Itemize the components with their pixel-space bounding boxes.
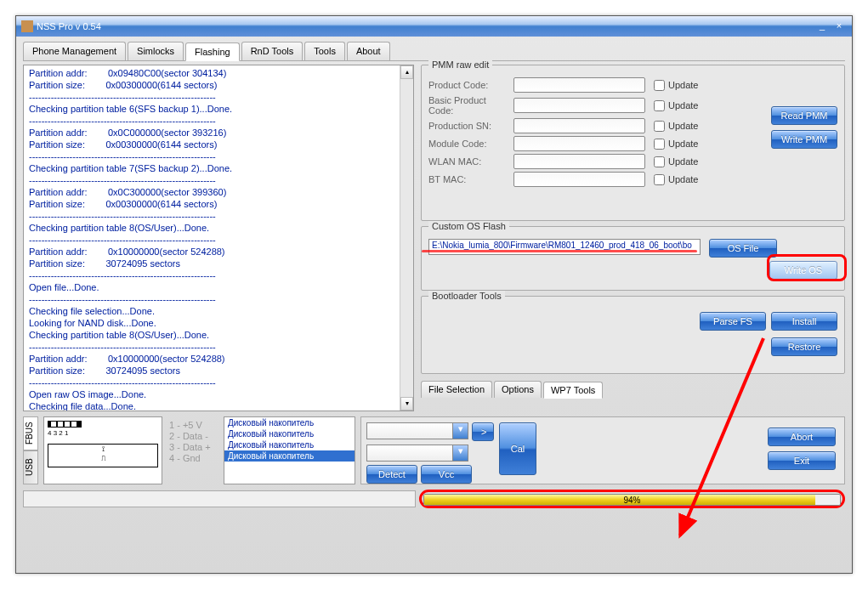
list-item[interactable]: Дисковый накопитель bbox=[224, 450, 355, 462]
update-label: Update bbox=[668, 121, 698, 131]
minimize-button[interactable]: _ bbox=[814, 20, 830, 32]
progress-text: 94% bbox=[424, 495, 840, 506]
write-pmm-button[interactable]: Write PMM bbox=[771, 130, 837, 149]
window-title: NSS Pro v 0.54 bbox=[37, 21, 101, 31]
list-item[interactable]: Дисковый накопитель bbox=[224, 428, 355, 439]
pmm-input[interactable] bbox=[513, 154, 645, 169]
app-window: NSS Pro v 0.54 _ × Phone Management Siml… bbox=[15, 15, 853, 574]
update-checkbox[interactable] bbox=[654, 80, 665, 91]
log-line: Partition size: 30724095 sectors bbox=[29, 258, 408, 269]
go-button[interactable]: > bbox=[472, 422, 494, 441]
pin-label: 3 - Data + bbox=[169, 442, 217, 453]
log-line: ----------------------------------------… bbox=[29, 115, 408, 127]
app-icon bbox=[21, 20, 33, 32]
pmm-input[interactable] bbox=[513, 98, 645, 113]
scroll-down-icon[interactable]: ▾ bbox=[400, 397, 413, 411]
tab-options[interactable]: Options bbox=[494, 381, 542, 398]
log-panel: Partition addr: 0x09480C00(sector 304134… bbox=[23, 65, 414, 411]
dropdown-2[interactable]: ▾ bbox=[366, 445, 468, 462]
log-line: Partition size: 0x00300000(6144 sectors) bbox=[29, 79, 408, 91]
pmm-title: PMM raw edit bbox=[428, 59, 492, 70]
os-flash-group: Custom OS Flash E:\Nokia_lumia_800\Firmw… bbox=[421, 226, 845, 291]
update-checkbox[interactable] bbox=[654, 100, 665, 111]
field-label: BT MAC: bbox=[428, 174, 513, 184]
detect-button[interactable]: Detect bbox=[366, 465, 417, 484]
tab-about[interactable]: About bbox=[347, 42, 390, 60]
port-tabs: FBUS USB bbox=[23, 416, 38, 484]
update-label: Update bbox=[668, 174, 698, 184]
read-pmm-button[interactable]: Read PMM bbox=[771, 106, 837, 125]
cal-button[interactable]: Cal bbox=[499, 422, 536, 475]
log-line: Checking file selection...Done. bbox=[29, 305, 408, 317]
log-scrollbar[interactable]: ▴ ▾ bbox=[400, 65, 413, 411]
field-label: Product Code: bbox=[428, 80, 513, 90]
pmm-input[interactable] bbox=[513, 136, 645, 151]
restore-button[interactable]: Restore bbox=[771, 337, 837, 356]
tab-flashing[interactable]: Flashing bbox=[185, 42, 240, 61]
log-line: ----------------------------------------… bbox=[29, 150, 408, 162]
pin-numbers: 4 3 2 1 bbox=[48, 429, 158, 437]
chevron-down-icon: ▾ bbox=[452, 423, 468, 439]
sub-tabs: File Selection Options WP7 Tools bbox=[421, 381, 845, 398]
pmm-input[interactable] bbox=[513, 172, 645, 187]
field-label: WLAN MAC: bbox=[428, 156, 513, 167]
os-flash-title: Custom OS Flash bbox=[428, 221, 509, 231]
update-checkbox[interactable] bbox=[654, 174, 665, 185]
tab-file-selection[interactable]: File Selection bbox=[421, 381, 492, 398]
tab-wp7-tools[interactable]: WP7 Tools bbox=[543, 382, 603, 399]
dropdown-1[interactable]: ▾ bbox=[366, 422, 468, 439]
update-label: Update bbox=[668, 156, 698, 167]
pin-label: 2 - Data - bbox=[169, 431, 217, 442]
list-item[interactable]: Дисковый накопитель bbox=[224, 417, 355, 428]
port-diagram: 4 3 2 1 ⟟⎍ bbox=[43, 416, 162, 484]
usb-connector-icon: ⟟⎍ bbox=[48, 444, 158, 467]
pmm-input[interactable] bbox=[513, 118, 645, 133]
log-line: Partition size: 30724095 sectors bbox=[29, 365, 408, 377]
log-line: Checking partition table 8(OS/User)...Do… bbox=[29, 329, 408, 341]
list-item[interactable]: Дисковый накопитель bbox=[224, 439, 355, 450]
progress-highlight: 94% bbox=[419, 490, 845, 508]
pin-label: 1 - +5 V bbox=[169, 420, 217, 431]
log-line: Checking partition table 7(SFS backup 2)… bbox=[29, 162, 408, 174]
log-line: ----------------------------------------… bbox=[29, 91, 408, 103]
log-line: Partition addr: 0x0C300000(sector 399360… bbox=[29, 186, 408, 198]
os-file-button[interactable]: OS File bbox=[709, 239, 777, 258]
log-line: ----------------------------------------… bbox=[29, 341, 408, 353]
tab-tools[interactable]: Tools bbox=[304, 42, 345, 60]
pmm-input[interactable] bbox=[513, 77, 645, 93]
log-line: Partition size: 0x00300000(6144 sectors) bbox=[29, 139, 408, 150]
tab-rnd[interactable]: RnD Tools bbox=[241, 42, 304, 60]
scroll-up-icon[interactable]: ▴ bbox=[400, 65, 413, 79]
log-line: ----------------------------------------… bbox=[29, 174, 408, 186]
log-line: Open file...Done. bbox=[29, 281, 408, 293]
update-checkbox[interactable] bbox=[654, 156, 665, 167]
abort-button[interactable]: Abort bbox=[768, 428, 836, 446]
os-path-input[interactable]: E:\Nokia_lumia_800\Firmware\RM801_12460_… bbox=[428, 239, 701, 255]
main-tabs: Phone Management Simlocks Flashing RnD T… bbox=[23, 42, 845, 61]
vcc-button[interactable]: Vcc bbox=[421, 465, 472, 484]
titlebar[interactable]: NSS Pro v 0.54 _ × bbox=[16, 16, 852, 37]
tab-phone-mgmt[interactable]: Phone Management bbox=[23, 42, 126, 60]
log-line: Partition addr: 0x0C000000(sector 393216… bbox=[29, 127, 408, 139]
tab-fbus[interactable]: FBUS bbox=[23, 416, 38, 450]
tab-simlocks[interactable]: Simlocks bbox=[128, 42, 184, 60]
tab-usb[interactable]: USB bbox=[23, 450, 38, 484]
chevron-down-icon: ▾ bbox=[452, 445, 468, 461]
content-area: Phone Management Simlocks Flashing RnD T… bbox=[16, 37, 852, 513]
update-label: Update bbox=[668, 100, 698, 110]
update-checkbox[interactable] bbox=[654, 139, 665, 150]
update-checkbox[interactable] bbox=[654, 121, 665, 132]
update-label: Update bbox=[668, 80, 698, 90]
close-button[interactable]: × bbox=[831, 20, 847, 32]
install-button[interactable]: Install bbox=[771, 312, 837, 331]
write-os-button[interactable]: Write OS bbox=[769, 261, 837, 280]
parse-fs-button[interactable]: Parse FS bbox=[700, 312, 766, 331]
log-line: ----------------------------------------… bbox=[29, 210, 408, 222]
log-line: Partition addr: 0x09480C00(sector 304134… bbox=[29, 67, 408, 79]
field-label: Module Code: bbox=[428, 139, 513, 149]
log-line: Partition addr: 0x10000000(sector 524288… bbox=[29, 246, 408, 258]
pin-label: 4 - Gnd bbox=[169, 453, 217, 464]
exit-button[interactable]: Exit bbox=[768, 451, 836, 470]
log-line: ----------------------------------------… bbox=[29, 269, 408, 281]
device-list[interactable]: Дисковый накопитель Дисковый накопитель … bbox=[224, 416, 355, 484]
